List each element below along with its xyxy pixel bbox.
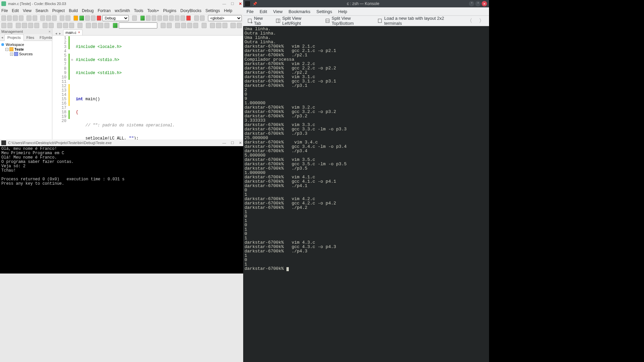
console-close-button[interactable]: ✕ [239, 141, 242, 145]
doxy-settings-icon[interactable] [77, 23, 83, 28]
bookmark-clear-icon[interactable] [34, 23, 39, 28]
kmenu-help[interactable]: Help [338, 9, 347, 14]
regex-icon[interactable] [193, 23, 198, 28]
code-editor[interactable]: ◄ ► main.c × 123456789101112131415161718… [52, 29, 243, 139]
build-run-icon[interactable] [85, 15, 90, 21]
tab-close-icon[interactable]: × [78, 31, 80, 35]
close-button[interactable]: ✕ [239, 2, 242, 6]
step-into-icon[interactable] [157, 15, 162, 21]
kmenu-bookmarks[interactable]: Bookmarks [288, 9, 310, 14]
menu-build[interactable]: Build [69, 8, 78, 13]
next-instr-icon[interactable] [169, 15, 174, 21]
menu-project[interactable]: Project [52, 8, 65, 13]
menu-doxyblocks[interactable]: DoxyBlocks [180, 8, 202, 13]
split-tb-button[interactable]: Split View Top/Bottom [323, 15, 374, 27]
kmenu-file[interactable]: File [247, 9, 254, 14]
jump-last-icon[interactable] [98, 23, 103, 28]
konsole-maximize-button[interactable]: ˄ [475, 1, 481, 6]
window-b-icon[interactable] [216, 23, 221, 28]
tab-files[interactable]: Files [24, 35, 37, 41]
redo-icon[interactable] [33, 15, 37, 21]
search-prev-icon[interactable] [161, 23, 166, 28]
menu-edit[interactable]: Edit [12, 8, 19, 13]
doxy-html-icon[interactable] [63, 23, 68, 28]
nav-fwd-icon[interactable] [7, 23, 12, 28]
konsole-minimize-button[interactable]: ˅ [469, 1, 474, 6]
project-node[interactable]: − Teste [1, 47, 51, 52]
copy-icon[interactable] [46, 15, 51, 21]
maximize-button[interactable]: ☐ [231, 2, 234, 6]
open-file-icon[interactable] [7, 15, 12, 21]
layout-2x2-button[interactable]: Load a new tab with layout 2x2 terminals [375, 15, 462, 27]
console-output[interactable]: Olá, meu nome é Franco! Meu Primeiro Pro… [0, 146, 243, 274]
stop-debug-icon[interactable] [186, 15, 191, 21]
menu-debug[interactable]: Debug [82, 8, 94, 13]
doxy-comment-icon[interactable] [43, 23, 48, 28]
next-line-icon[interactable] [152, 15, 156, 21]
menu-toolsplus[interactable]: Tools+ [147, 8, 159, 13]
menu-plugins[interactable]: Plugins [163, 8, 176, 13]
menu-settings[interactable]: Settings [205, 8, 220, 13]
kmenu-edit[interactable]: Edit [260, 9, 267, 14]
window-c-icon[interactable] [222, 23, 227, 28]
menu-wxsmith[interactable]: wxSmith [115, 8, 130, 13]
minimize-button[interactable]: — [222, 2, 226, 6]
abort-icon[interactable] [97, 15, 101, 21]
misc-b-icon[interactable] [237, 23, 242, 28]
paste-icon[interactable] [52, 15, 57, 21]
new-file-icon[interactable] [1, 15, 6, 21]
search-next-icon[interactable] [167, 23, 172, 28]
workspace-node[interactable]: Workspace [1, 42, 51, 47]
kmenu-settings[interactable]: Settings [316, 9, 332, 14]
menu-search[interactable]: Search [36, 8, 48, 13]
tab-prev-button[interactable]: 〈 [464, 17, 475, 24]
jump-clear-icon[interactable] [104, 23, 109, 28]
mgmt-arrow-left[interactable]: ◄ [0, 36, 4, 39]
terminal-output[interactable]: Uma linha. Outra linha. Uma linha. Outra… [243, 26, 489, 362]
code-text[interactable]: #include <locale.h> #include <stdio.h> #… [74, 36, 189, 139]
run-script-icon[interactable] [113, 23, 118, 28]
doxy-chm-icon[interactable] [69, 23, 74, 28]
break-icon[interactable] [180, 15, 185, 21]
jump-back-icon[interactable] [86, 23, 91, 28]
tree-collapse-icon[interactable]: − [5, 48, 8, 51]
editor-tab[interactable]: main.c × [63, 29, 82, 35]
menu-file[interactable]: File [1, 8, 8, 13]
tab-projects[interactable]: Projects [4, 34, 24, 41]
find-icon[interactable] [60, 15, 64, 21]
kmenu-view[interactable]: View [273, 9, 282, 14]
save-icon[interactable] [13, 15, 17, 21]
build-icon[interactable] [73, 15, 78, 21]
misc-a-icon[interactable] [230, 23, 235, 28]
tab-nav-icon[interactable]: ◄ ► [54, 32, 62, 35]
menu-view[interactable]: View [23, 8, 32, 13]
sources-folder-node[interactable]: + Sources [1, 52, 51, 56]
run-icon[interactable] [79, 15, 84, 21]
bookmark-toggle-icon[interactable] [22, 23, 27, 28]
info-icon[interactable] [200, 15, 205, 21]
konsole-close-button[interactable]: ✕ [482, 1, 487, 6]
doxy-run-icon[interactable] [57, 23, 62, 28]
debug-start-icon[interactable] [140, 15, 145, 21]
debug-windows-icon[interactable] [194, 15, 199, 21]
console-minimize-button[interactable]: — [222, 141, 226, 145]
pin-icon[interactable]: 📌 [253, 2, 257, 6]
step-out-icon[interactable] [163, 15, 168, 21]
debug-toggle-icon[interactable] [132, 15, 137, 21]
window-a-icon[interactable] [210, 23, 215, 28]
run-to-cursor-icon[interactable] [146, 15, 151, 21]
fold-column[interactable]: ⊟ [70, 36, 74, 139]
search-input[interactable] [119, 22, 157, 28]
menu-tools[interactable]: Tools [134, 8, 143, 13]
split-lr-button[interactable]: Split View Left/Right [273, 15, 321, 27]
highlight-icon[interactable] [175, 23, 180, 28]
nav-back-icon[interactable] [1, 23, 6, 28]
case-icon[interactable] [187, 23, 192, 28]
step-instr-icon[interactable] [175, 15, 179, 21]
replace-icon[interactable] [65, 15, 70, 21]
symbol-scope-select[interactable]: <global> [208, 15, 242, 21]
doxy-block-icon[interactable] [49, 23, 54, 28]
bookmark-prev-icon[interactable] [16, 23, 21, 28]
new-tab-button[interactable]: New Tab [245, 15, 272, 27]
rebuild-icon[interactable] [91, 15, 96, 21]
